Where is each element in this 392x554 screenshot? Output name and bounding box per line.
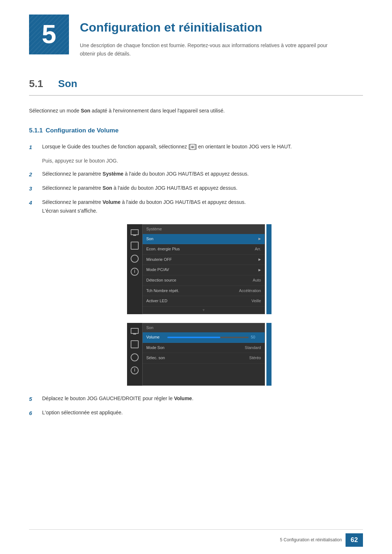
section-intro-bold: Son <box>81 108 90 114</box>
osd-wrapper-1: i Système Son ▶ Econ. énergie Plus Arr. … <box>127 224 265 314</box>
osd-row-tch: Tch Nombre répét. Accélération <box>143 286 265 296</box>
step-number-6: 6 <box>29 409 39 418</box>
osd-volume-bar: 50 <box>167 334 258 341</box>
step-number-1: 1 <box>29 143 39 152</box>
steps-list-3: 5 Déplacez le bouton JOG GAUCHE/DROITE p… <box>29 394 363 418</box>
osd-right-bar-1 <box>266 224 271 314</box>
osd-monitor-icon-2 <box>131 328 139 334</box>
chapter-title: Configuration et réinitialisation <box>80 17 334 37</box>
step-item-1: 1 Lorsque le Guide des touches de foncti… <box>29 143 363 152</box>
subsection-number: 5.1.1 <box>29 127 43 134</box>
step-note-1: Puis, appuyez sur le bouton JOG. <box>42 157 363 165</box>
step-item-5: 5 Déplacez le bouton JOG GAUCHE/DROITE p… <box>29 394 363 403</box>
osd-menu-1: Système Son ▶ Econ. énergie Plus Arr. Mi… <box>142 224 265 314</box>
step-number-2: 2 <box>29 170 39 179</box>
osd-grid-icon-2 <box>131 340 139 348</box>
step-content-1: Lorsque le Guide des touches de fonction… <box>42 143 363 151</box>
osd-volume-fill <box>167 337 220 338</box>
steps-list: 1 Lorsque le Guide des touches de foncti… <box>29 143 363 152</box>
osd-scroll-indicator: ▼ <box>143 307 265 314</box>
chapter-description: Une description de chaque fonction est f… <box>80 41 334 58</box>
section-header: 5.1 Son <box>29 76 363 96</box>
footer-page-number: 62 <box>346 533 363 547</box>
osd-menu-2: Son Volume 50 Mode Son Standard <box>142 323 265 386</box>
chapter-title-area: Configuration et réinitialisation Une de… <box>80 15 334 58</box>
step-number-5: 5 <box>29 395 39 403</box>
osd-settings-icon <box>131 255 139 263</box>
section-intro-after: adapté à l'environnement dans lequel l'a… <box>90 108 225 114</box>
page-footer: 5 Configuration et réinitialisation 62 <box>29 529 363 547</box>
subsection-title: 5.1.1Configuration de Volume <box>29 126 363 135</box>
section-intro-before: Sélectionnez un mode <box>29 108 81 114</box>
step-number-3: 3 <box>29 184 39 193</box>
osd-grid-icon <box>131 242 139 250</box>
step-content-2: Sélectionnez le paramètre Système à l'ai… <box>42 170 363 178</box>
osd-menu-header-1: Système <box>143 225 265 234</box>
osd-sidebar-1: i <box>127 224 142 314</box>
osd-menu-header-2: Son <box>143 323 265 333</box>
chapter-number: 5 <box>42 13 56 55</box>
step-number-4: 4 <box>29 198 39 207</box>
osd-row-minuterie: Minuterie OFF ▶ <box>143 255 265 265</box>
osd-container-2: i Son Volume 50 Mode Son Stand <box>29 323 363 386</box>
osd-row-econ: Econ. énergie Plus Arr. <box>143 244 265 255</box>
step-item-6: 6 L'option sélectionnée est appliquée. <box>29 409 363 418</box>
osd-empty-space <box>143 364 265 385</box>
page-content: 5 Configuration et réinitialisation Une … <box>0 0 392 452</box>
chapter-header: 5 Configuration et réinitialisation Une … <box>29 15 363 61</box>
osd-row-led: Activer LED Veille <box>143 296 265 307</box>
step-content-5: Déplacez le bouton JOG GAUCHE/DROITE pou… <box>42 394 363 403</box>
section-intro: Sélectionnez un mode Son adapté à l'envi… <box>29 107 363 115</box>
osd-sidebar-2: i <box>127 323 142 386</box>
step-item-3: 3 Sélectionnez le paramètre Son à l'aide… <box>29 184 363 193</box>
osd-volume-track <box>167 337 249 338</box>
steps-list-2: 2 Sélectionnez le paramètre Système à l'… <box>29 170 363 216</box>
osd-wrapper-2: i Son Volume 50 Mode Son Stand <box>127 323 265 386</box>
osd-row-volume: Volume 50 <box>143 332 265 343</box>
step-content-4: Sélectionnez le paramètre Volume à l'aid… <box>42 198 363 216</box>
step-content-6: L'option sélectionnée est appliquée. <box>42 409 363 417</box>
step-item-4: 4 Sélectionnez le paramètre Volume à l'a… <box>29 198 363 216</box>
osd-monitor-icon <box>131 229 139 235</box>
osd-container-1: i Système Son ▶ Econ. énergie Plus Arr. … <box>29 224 363 314</box>
section-title: Son <box>58 76 77 92</box>
osd-row-selesson: Sélec. son Stéréo <box>143 353 265 364</box>
osd-volume-number: 50 <box>251 334 258 341</box>
subsection-label: Configuration de Volume <box>46 127 119 134</box>
step-item-2: 2 Sélectionnez le paramètre Système à l'… <box>29 170 363 179</box>
osd-right-bar-2 <box>266 323 271 386</box>
step-content-3: Sélectionnez le paramètre Son à l'aide d… <box>42 184 363 193</box>
footer-text: 5 Configuration et réinitialisation <box>280 537 342 543</box>
osd-row-modeson: Mode Son Standard <box>143 343 265 353</box>
chapter-number-box: 5 <box>29 15 69 54</box>
section-number: 5.1 <box>29 76 51 92</box>
osd-row-detection: Détection source Auto <box>143 275 265 286</box>
osd-info-icon: i <box>131 268 139 276</box>
osd-row-son: Son ▶ <box>143 234 265 245</box>
osd-settings-icon-2 <box>131 353 139 361</box>
osd-row-modepcav: Mode PC/AV ▶ <box>143 265 265 275</box>
osd-info-icon-2: i <box>131 366 139 374</box>
